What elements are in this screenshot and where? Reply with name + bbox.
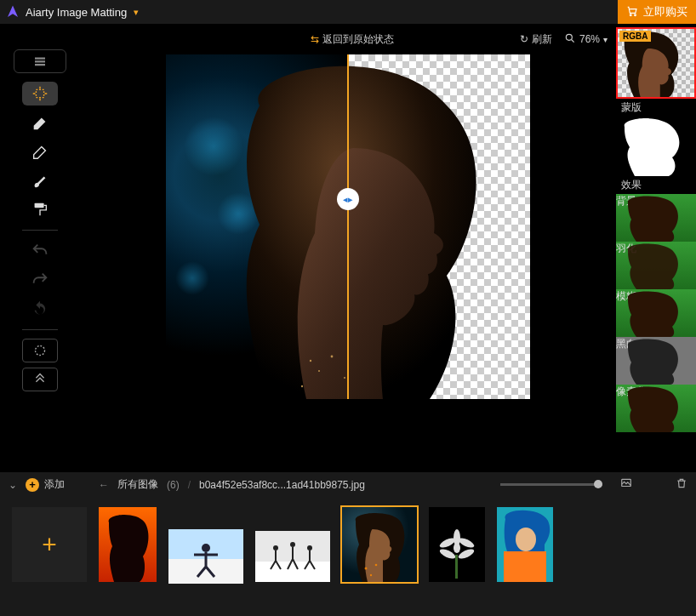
- refresh-icon: ↻: [520, 33, 528, 45]
- filmstrip-thumbs: +: [0, 497, 696, 616]
- right-panel: RGBA 蒙版 效果 背景 羽化 模糊: [616, 24, 696, 471]
- refresh-button[interactable]: ↻ 刷新: [520, 32, 552, 47]
- reset-button[interactable]: ⇆ 返回到原始状态: [311, 32, 394, 47]
- tool-brush-restore[interactable]: [22, 140, 58, 163]
- tool-revert[interactable]: [22, 297, 58, 321]
- image-count: (6): [167, 479, 180, 491]
- effect-pixelate[interactable]: 像素化: [616, 385, 696, 432]
- effect-blur[interactable]: 模糊: [616, 289, 696, 337]
- effect-background[interactable]: 背景: [616, 194, 696, 242]
- effect-feather[interactable]: 羽化: [616, 242, 696, 289]
- title-dropdown-icon[interactable]: ▾: [134, 7, 139, 18]
- tool-roller[interactable]: [22, 197, 58, 221]
- zoom-control[interactable]: 76% ▾: [564, 32, 608, 47]
- canvas[interactable]: ◂▸: [166, 54, 530, 399]
- effect-bw[interactable]: 黑白: [616, 337, 696, 385]
- tool-divider-2: [22, 329, 58, 330]
- tools-panel: [0, 24, 80, 471]
- refresh-label: 刷新: [532, 32, 552, 47]
- image-mode-icon[interactable]: [619, 477, 633, 492]
- svg-point-15: [202, 544, 210, 552]
- svg-rect-6: [35, 203, 44, 208]
- rgba-tag: RGBA: [619, 31, 651, 42]
- canvas-area: ⇆ 返回到原始状态 ↻ 刷新 76% ▾: [80, 24, 616, 471]
- svg-rect-5: [36, 89, 43, 97]
- tool-move[interactable]: [22, 82, 58, 106]
- canvas-matted-side: [348, 54, 530, 399]
- current-filename: b0a4f52e53af8cc...1ad41bb9875.jpg: [199, 479, 365, 491]
- compare-divider[interactable]: [347, 54, 349, 399]
- filmstrip-bar: ⌄ + 添加 ← 所有图像 (6) / b0a4f52e53af8cc...1a…: [0, 471, 696, 497]
- preview-mask[interactable]: [616, 117, 696, 176]
- add-thumb-plus: +: [42, 530, 57, 559]
- canvas-topbar: ⇆ 返回到原始状态 ↻ 刷新 76% ▾: [80, 24, 616, 54]
- effect-thumb-icon: [616, 194, 696, 242]
- filmstrip-collapse-icon[interactable]: ⌄: [9, 479, 17, 491]
- add-label: 添加: [44, 477, 65, 492]
- thumb-item[interactable]: [99, 507, 157, 582]
- svg-point-8: [566, 34, 572, 40]
- effect-thumb-icon: [616, 289, 696, 337]
- svg-rect-2: [35, 58, 45, 60]
- mask-thumb-icon: [616, 117, 696, 176]
- back-icon[interactable]: ←: [99, 479, 109, 491]
- effect-thumb-icon: [616, 242, 696, 289]
- tool-collapse[interactable]: [22, 368, 58, 391]
- svg-point-18: [307, 545, 312, 550]
- svg-rect-3: [35, 60, 45, 62]
- tool-brush[interactable]: [22, 168, 58, 192]
- zoom-value: 76%: [579, 33, 600, 45]
- plus-icon: +: [26, 478, 39, 492]
- tool-group-toggle[interactable]: [14, 49, 66, 73]
- svg-point-21: [375, 564, 378, 567]
- separator: /: [188, 479, 191, 491]
- svg-point-7: [36, 346, 45, 356]
- svg-point-20: [370, 574, 372, 576]
- zoom-chevron-icon: ▾: [603, 35, 608, 44]
- svg-point-29: [516, 528, 536, 551]
- all-images-label: 所有图像: [117, 477, 158, 492]
- buy-now-label: 立即购买: [643, 4, 687, 20]
- effect-thumb-icon: [616, 337, 696, 385]
- svg-point-16: [273, 545, 278, 550]
- thumb-item[interactable]: [497, 507, 553, 582]
- thumbnail-size-slider[interactable]: [500, 483, 602, 486]
- svg-point-17: [290, 542, 295, 547]
- svg-rect-4: [35, 64, 45, 66]
- effects-header: 效果: [616, 176, 696, 194]
- buy-now-button[interactable]: 立即购买: [618, 0, 696, 24]
- svg-point-1: [635, 14, 636, 15]
- app-title: Aiarty Image Matting: [26, 6, 127, 19]
- titlebar: Aiarty Image Matting ▾ 立即购买: [0, 0, 696, 24]
- svg-rect-28: [455, 555, 458, 579]
- add-image-button[interactable]: + 添加: [26, 477, 65, 492]
- svg-point-19: [365, 568, 368, 570]
- filmstrip-panel: ⌄ + 添加 ← 所有图像 (6) / b0a4f52e53af8cc...1a…: [0, 471, 696, 616]
- tool-divider: [22, 230, 58, 231]
- app-logo-icon: [5, 4, 20, 20]
- add-thumb-button[interactable]: +: [12, 507, 87, 582]
- svg-point-27: [454, 529, 460, 546]
- delete-icon[interactable]: [676, 476, 687, 493]
- tool-undo[interactable]: [22, 239, 58, 263]
- reset-label: 返回到原始状态: [322, 32, 394, 47]
- compare-handle[interactable]: ◂▸: [337, 188, 359, 210]
- cart-icon: [626, 5, 638, 20]
- effect-thumb-icon: [616, 385, 696, 432]
- svg-point-0: [630, 14, 631, 15]
- reset-icon: ⇆: [311, 33, 319, 45]
- magnifier-icon: [564, 32, 576, 47]
- canvas-original-side: [166, 54, 348, 399]
- tool-marquee[interactable]: [22, 339, 58, 362]
- tool-eraser[interactable]: [22, 111, 58, 134]
- tool-redo[interactable]: [22, 268, 58, 292]
- preview-rgba[interactable]: RGBA: [616, 27, 696, 99]
- mask-header: 蒙版: [616, 99, 696, 117]
- thumb-item[interactable]: [168, 529, 243, 584]
- thumb-item[interactable]: [255, 531, 330, 582]
- thumb-item-selected[interactable]: [342, 507, 417, 582]
- thumb-item[interactable]: [429, 507, 485, 582]
